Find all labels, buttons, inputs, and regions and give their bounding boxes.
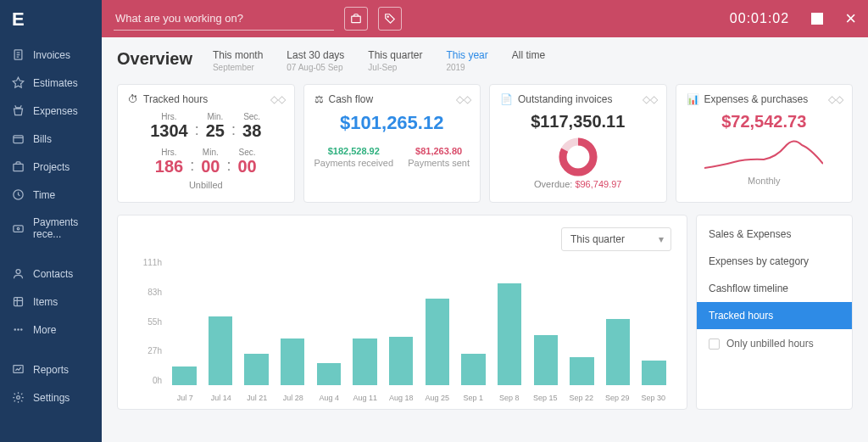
chart-icon: 📊: [687, 93, 699, 105]
bar-col: [348, 262, 382, 385]
bar-col: [275, 262, 310, 385]
y-tick: 55h: [133, 317, 162, 327]
svg-point-13: [387, 16, 388, 17]
bar: [172, 366, 196, 385]
stop-button[interactable]: [811, 13, 823, 25]
svg-point-9: [20, 328, 23, 331]
sidebar-item-time[interactable]: Time: [0, 181, 102, 209]
sidebar-item-label: More: [33, 324, 56, 336]
bar: [209, 316, 232, 385]
card-expand-icon[interactable]: ◇◇: [828, 93, 843, 105]
sidebar-item-contacts[interactable]: Contacts: [0, 260, 102, 288]
project-icon: [12, 160, 25, 173]
card-title: Cash flow: [329, 93, 374, 105]
sidebar-item-label: Settings: [33, 392, 70, 404]
y-tick: 83h: [133, 288, 162, 297]
x-tick: Jul 28: [275, 394, 312, 402]
sidebar-item-label: Payments rece...: [33, 216, 90, 240]
bar-col: [637, 262, 671, 385]
sidebar-item-label: Time: [33, 189, 55, 201]
sidebar-item-invoice[interactable]: Invoices: [0, 41, 102, 69]
sidebar-item-label: Invoices: [33, 49, 70, 61]
bar-col: [420, 262, 454, 385]
y-tick: 27h: [133, 346, 162, 355]
x-tick: Sep 29: [599, 394, 636, 402]
x-tick: Sep 1: [455, 394, 492, 402]
bar: [281, 338, 304, 385]
more-icon: [12, 323, 25, 336]
chart-type-option[interactable]: Expenses by category: [697, 248, 852, 275]
svg-point-7: [14, 328, 17, 331]
expenses-card: 📊Expenses & purchases ◇◇ $72,542.73 Mont…: [676, 84, 854, 203]
range-tab[interactable]: All time: [512, 49, 545, 72]
sidebar-item-settings[interactable]: Settings: [0, 383, 102, 411]
page-title: Overview: [117, 49, 192, 69]
bill-icon: [12, 132, 25, 145]
app-logo: E: [0, 8, 102, 41]
svg-rect-3: [14, 225, 23, 232]
sidebar-item-expense[interactable]: Expenses: [0, 97, 102, 125]
bar-col: [601, 262, 636, 385]
sidebar-item-label: Reports: [33, 364, 69, 376]
x-tick: Aug 25: [420, 394, 456, 402]
cashflow-card: ⚖Cash flow ◇◇ $101,265.12 $182,528.92Pay…: [303, 84, 481, 203]
stopwatch-icon: ⏱: [128, 93, 138, 105]
bar-col: [312, 262, 347, 385]
x-tick: Sep 30: [636, 394, 672, 402]
expenses-amount: $72,542.73: [687, 112, 843, 131]
sidebar-item-label: Estimates: [33, 77, 78, 89]
sidebar-item-reports[interactable]: Reports: [0, 355, 102, 383]
bar: [317, 363, 341, 385]
range-tab[interactable]: This monthSeptember: [213, 49, 263, 72]
bar: [642, 361, 665, 385]
chart-type-option[interactable]: Cashflow timeline: [697, 275, 852, 302]
svg-point-8: [17, 328, 19, 331]
overdue-label: Overdue: $96,749.97: [500, 179, 656, 189]
invoice-icon: 📄: [500, 93, 513, 105]
svg-rect-10: [14, 366, 23, 373]
sidebar-item-bill[interactable]: Bills: [0, 125, 102, 153]
sidebar-item-project[interactable]: Projects: [0, 153, 102, 181]
bar-col: [239, 262, 274, 385]
range-tab[interactable]: Last 30 days07 Aug-05 Sep: [287, 49, 344, 72]
sparkline: [687, 138, 843, 172]
tag-button[interactable]: [378, 7, 402, 31]
sidebar-item-label: Expenses: [33, 105, 78, 117]
briefcase-button[interactable]: [344, 7, 368, 31]
settings-icon: [12, 391, 25, 404]
close-button[interactable]: ×: [845, 8, 856, 30]
sidebar-item-estimate[interactable]: Estimates: [0, 69, 102, 97]
y-tick: 111h: [133, 258, 162, 267]
sidebar-item-more[interactable]: More: [0, 316, 102, 344]
x-tick: Aug 18: [383, 394, 420, 402]
period-dropdown[interactable]: This quarter: [561, 227, 671, 251]
chart-type-option[interactable]: Tracked hours: [697, 302, 852, 329]
bar: [244, 354, 268, 385]
bar-col: [167, 262, 202, 385]
sidebar-item-items[interactable]: Items: [0, 288, 102, 316]
outstanding-amount: $117,350.11: [500, 112, 656, 131]
range-tab[interactable]: This year2019: [446, 49, 487, 72]
svg-point-4: [17, 227, 19, 230]
chart-type-panel: Sales & ExpensesExpenses by categoryCash…: [696, 215, 853, 410]
card-expand-icon[interactable]: ◇◇: [456, 93, 471, 105]
task-input[interactable]: [114, 7, 334, 31]
payment-icon: [12, 222, 25, 235]
chart-type-option[interactable]: Sales & Expenses: [697, 221, 852, 248]
x-tick: Sep 22: [564, 394, 600, 402]
sidebar-item-payment[interactable]: Payments rece...: [0, 209, 102, 248]
scales-icon: ⚖: [314, 93, 324, 105]
timer-display: 00:01:02: [730, 11, 789, 26]
unbilled-checkbox[interactable]: [709, 338, 720, 350]
range-tab[interactable]: This quarterJul-Sep: [368, 49, 422, 72]
x-tick: Jul 14: [203, 394, 240, 402]
card-expand-icon[interactable]: ◇◇: [270, 93, 286, 105]
bar: [389, 337, 413, 385]
checkbox-label: Only unbilled hours: [726, 338, 814, 350]
bar: [461, 354, 485, 385]
card-expand-icon[interactable]: ◇◇: [643, 93, 658, 105]
expense-icon: [12, 104, 25, 117]
tracked-hours-card: ⏱Tracked hours ◇◇ Hrs.1304 : Min.25 : Se…: [117, 84, 295, 203]
x-tick: Jul 7: [167, 394, 203, 402]
card-title: Tracked hours: [143, 93, 208, 105]
